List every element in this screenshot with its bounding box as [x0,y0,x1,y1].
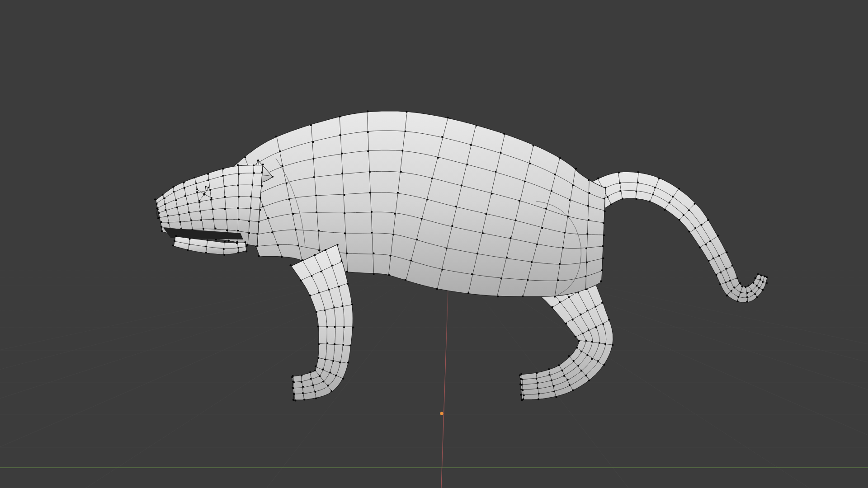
object-origin-dot [440,412,443,415]
3d-viewport[interactable] [0,0,868,488]
viewport-canvas [0,0,868,488]
